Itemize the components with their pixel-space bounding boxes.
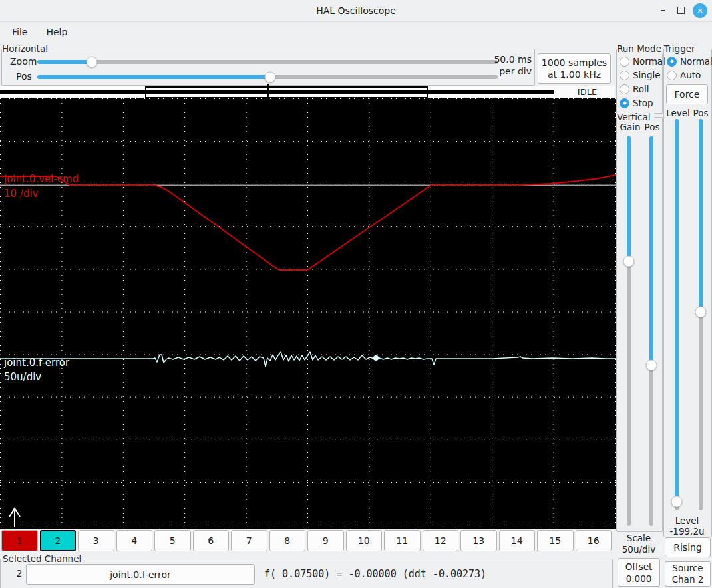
minimize-icon[interactable]: – bbox=[656, 2, 669, 18]
channel-button-1[interactable]: 1 bbox=[1, 530, 38, 551]
trigger-source-button[interactable]: Source Chan 2 bbox=[665, 561, 711, 587]
scope-canvas bbox=[0, 98, 616, 529]
slider-fill bbox=[649, 136, 653, 365]
radio-icon[interactable] bbox=[620, 98, 629, 108]
force-trigger-button[interactable]: Force bbox=[666, 84, 708, 104]
slider-thumb[interactable] bbox=[87, 57, 98, 68]
channel-button-3[interactable]: 3 bbox=[78, 530, 114, 551]
scale-caption: Scale bbox=[616, 533, 661, 544]
force-label: Force bbox=[675, 88, 700, 100]
slider-fill bbox=[627, 136, 631, 261]
channel-button-4[interactable]: 4 bbox=[116, 530, 153, 551]
radio-label: Auto bbox=[680, 70, 701, 80]
sample-marker-dot bbox=[373, 355, 379, 361]
trigger-option-normal[interactable]: Normal bbox=[667, 55, 712, 67]
menu-file[interactable]: File bbox=[3, 24, 37, 40]
samples-rate: at 1.00 kHz bbox=[548, 69, 601, 80]
scale-value: 50u/div bbox=[616, 544, 661, 555]
horizontal-pos-slider[interactable] bbox=[37, 71, 498, 83]
close-icon[interactable]: ✕ bbox=[693, 3, 707, 18]
trigger-level-caption: Level bbox=[664, 515, 710, 526]
zoom-slider-label: Zoom bbox=[10, 56, 37, 67]
trigger-level-slider[interactable] bbox=[671, 119, 683, 510]
trigger-pos-slider-label: Pos bbox=[692, 108, 709, 118]
trigger-level-readout: Level -199.2u bbox=[664, 515, 710, 537]
run-mode-option-single[interactable]: Single bbox=[620, 69, 661, 81]
channel-button-16[interactable]: 16 bbox=[576, 530, 612, 551]
selected-channel-group-label: Selected Channel bbox=[3, 553, 85, 564]
channel-button-7[interactable]: 7 bbox=[231, 530, 267, 551]
slider-fill bbox=[37, 75, 270, 79]
channel-button-12[interactable]: 12 bbox=[423, 530, 459, 551]
trigger-position-tick bbox=[267, 84, 269, 100]
channel-button-11[interactable]: 11 bbox=[384, 530, 421, 551]
window-title: HAL Oscilloscope bbox=[316, 5, 396, 16]
horizontal-group-label: Horizontal bbox=[2, 43, 51, 54]
trigger-option-auto[interactable]: Auto bbox=[667, 69, 701, 81]
channel-button-10[interactable]: 10 bbox=[346, 530, 383, 551]
trigger-group: Trigger NormalAuto Force Level Pos Level… bbox=[663, 49, 712, 537]
maximize-icon[interactable] bbox=[677, 7, 685, 14]
horizontal-zoom-slider[interactable] bbox=[37, 56, 498, 68]
radio-icon[interactable] bbox=[620, 57, 629, 67]
vertical-scale-readout: Scale 50u/div bbox=[616, 533, 661, 555]
trace-scale-label-joint.0.f-error: 50u/div bbox=[4, 371, 41, 383]
slider-thumb[interactable] bbox=[646, 360, 657, 371]
trigger-edge-button[interactable]: Rising bbox=[665, 537, 711, 557]
slider-fill bbox=[699, 119, 703, 312]
menu-help[interactable]: Help bbox=[37, 24, 77, 40]
slider-track bbox=[37, 60, 498, 64]
run-mode-group-label: Run Mode bbox=[617, 43, 665, 54]
edge-label: Rising bbox=[673, 541, 702, 553]
timebase-readout: 50.0 ms per div bbox=[472, 53, 532, 77]
channel-pin-name-button[interactable]: joint.0.f-error bbox=[26, 564, 255, 585]
slider-fill bbox=[675, 119, 679, 502]
radio-icon[interactable] bbox=[667, 57, 677, 67]
source-channel: Chan 2 bbox=[672, 574, 704, 585]
slider-thumb[interactable] bbox=[671, 496, 683, 508]
run-mode-option-stop[interactable]: Stop bbox=[620, 97, 653, 109]
scope-display[interactable]: joint.0.vel-cmd10 /divjoint.0.f-error50u… bbox=[0, 98, 616, 529]
samples-rate-button[interactable]: 1000 samples at 1.00 kHz bbox=[538, 53, 611, 84]
trigger-level-slider-label: Level bbox=[665, 108, 691, 118]
title-bar: HAL Oscilloscope – ✕ bbox=[0, 0, 712, 22]
trigger-pos-slider[interactable] bbox=[695, 119, 707, 510]
channel-button-2[interactable]: 2 bbox=[40, 530, 77, 551]
radio-label: Stop bbox=[633, 98, 653, 108]
acquisition-status: IDLE bbox=[561, 86, 614, 98]
slider-thumb[interactable] bbox=[265, 72, 276, 83]
radio-icon[interactable] bbox=[667, 71, 677, 80]
channel-button-8[interactable]: 8 bbox=[269, 530, 306, 551]
channel-button-14[interactable]: 14 bbox=[499, 530, 536, 551]
run-mode-option-roll[interactable]: Roll bbox=[620, 83, 649, 95]
timebase-value: 50.0 ms bbox=[472, 53, 532, 65]
vertical-pos-slider[interactable] bbox=[645, 136, 657, 526]
selected-channel-group: Selected Channel 2 joint.0.f-error f( 0.… bbox=[0, 559, 613, 588]
source-label: Source bbox=[672, 563, 703, 574]
vertical-gain-slider[interactable] bbox=[623, 136, 635, 526]
radio-label: Normal bbox=[680, 56, 712, 67]
radio-label: Normal bbox=[633, 56, 665, 67]
slider-fill bbox=[37, 60, 92, 64]
channel-button-9[interactable]: 9 bbox=[307, 530, 344, 551]
menu-bar: File Help bbox=[0, 22, 712, 42]
channel-button-15[interactable]: 15 bbox=[537, 530, 574, 551]
trace-joint.0.vel-cmd bbox=[0, 175, 616, 270]
trigger-level-value: -199.2u bbox=[664, 526, 710, 537]
record-view-window[interactable] bbox=[145, 86, 428, 98]
trigger-position-arrow-icon bbox=[9, 508, 20, 527]
horizontal-group: Horizontal Zoom Pos 50.0 ms per div bbox=[1, 49, 535, 86]
channel-button-6[interactable]: 6 bbox=[193, 530, 230, 551]
offset-value: 0.000 bbox=[626, 573, 652, 585]
run-mode-option-normal[interactable]: Normal bbox=[620, 55, 665, 67]
slider-thumb[interactable] bbox=[695, 307, 707, 318]
record-position-strip: IDLE bbox=[0, 86, 614, 98]
channel-buttons-row: 12345678910111213141516 bbox=[1, 530, 612, 551]
channel-button-13[interactable]: 13 bbox=[460, 530, 497, 551]
radio-icon[interactable] bbox=[620, 71, 629, 80]
vertical-offset-button[interactable]: Offset 0.000 bbox=[618, 558, 660, 587]
slider-thumb[interactable] bbox=[623, 256, 635, 267]
channel-button-5[interactable]: 5 bbox=[154, 530, 191, 551]
trace-scale-label-joint.0.vel-cmd: 10 /div bbox=[4, 188, 38, 200]
radio-icon[interactable] bbox=[620, 84, 629, 94]
